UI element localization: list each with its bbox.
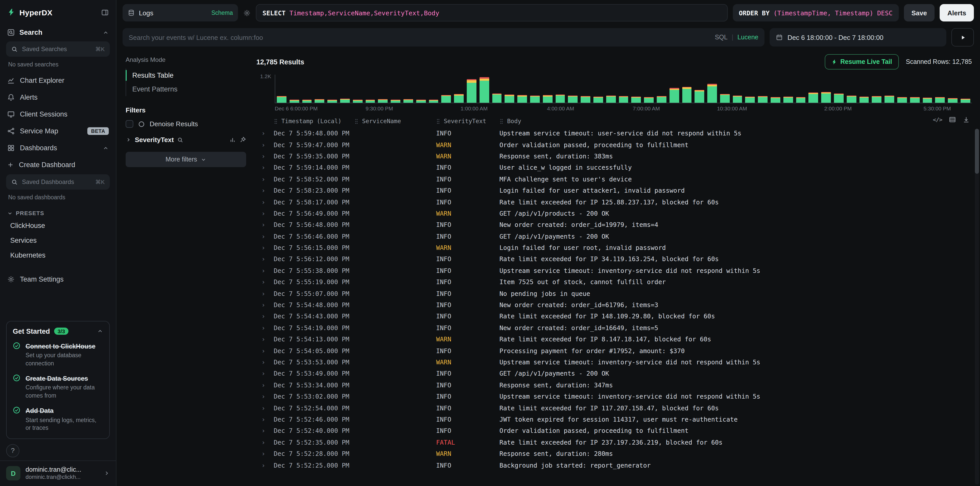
row-expander-icon[interactable]: › [256,164,274,172]
resume-live-tail-button[interactable]: Resume Live Tail [824,54,899,70]
row-expander-icon[interactable]: › [256,382,274,389]
download-icon[interactable] [963,116,970,123]
row-expander-icon[interactable]: › [256,130,274,137]
sidebar-item-team-settings[interactable]: Team Settings [0,271,116,288]
row-expander-icon[interactable]: › [256,325,274,331]
mode-event-patterns[interactable]: Event Patterns [126,82,246,96]
histogram-bar[interactable] [302,100,312,103]
run-query-button[interactable] [951,28,974,46]
column-header-body[interactable]: Body [500,118,972,125]
schema-link[interactable]: Schema [212,10,233,16]
chevron-up-icon[interactable] [103,29,109,35]
table-row[interactable]: ›Dec 7 5:56:12.000 PMINFORate limit exce… [256,254,972,265]
create-dashboard-button[interactable]: Create Dashboard [0,156,116,173]
chevron-up-icon[interactable] [97,328,103,335]
table-row[interactable]: ›Dec 7 5:53:02.000 PMINFOUpstream servic… [256,391,972,402]
row-expander-icon[interactable]: › [256,187,274,194]
histogram-bar[interactable] [542,95,552,103]
row-expander-icon[interactable]: › [256,405,274,412]
histogram-bar[interactable] [809,92,818,103]
histogram-bar[interactable] [758,96,768,103]
row-expander-icon[interactable]: › [256,233,274,240]
row-expander-icon[interactable]: › [256,427,274,435]
sidebar-item-services[interactable]: Services [0,233,116,248]
sidebar-item-kubernetes[interactable]: Kubernetes [0,248,116,263]
facet-search-icon[interactable] [177,137,184,143]
histogram-bar[interactable] [872,96,882,103]
histogram-bar[interactable] [429,100,438,103]
row-expander-icon[interactable]: › [256,153,274,160]
sidebar-section-search[interactable]: Search [0,24,116,40]
table-row[interactable]: ›Dec 7 5:53:34.000 PMINFOResponse sent, … [256,379,972,391]
sql-select-input[interactable]: SELECT Timestamp,ServiceName,SeverityTex… [256,4,727,21]
table-row[interactable]: ›Dec 7 5:52:46.000 PMINFOJWT token expir… [256,414,972,425]
alerts-button[interactable]: Alerts [940,4,974,21]
more-filters-button[interactable]: More filters [126,152,246,167]
table-row[interactable]: ›Dec 7 5:56:46.000 PMINFOGET /api/v1/pay… [256,231,972,242]
table-row[interactable]: ›Dec 7 5:52:25.000 PMINFOBackground job … [256,460,972,471]
histogram-bar[interactable] [581,96,590,103]
row-expander-icon[interactable]: › [256,462,274,469]
histogram-bar[interactable] [948,98,958,103]
get-started-header[interactable]: Get Started 3/3 [13,328,103,335]
scrollbar-thumb[interactable] [975,129,979,174]
table-row[interactable]: ›Dec 7 5:52:54.000 PMINFORate limit exce… [256,402,972,414]
export-code-icon[interactable]: </> [933,116,942,123]
drag-handle-icon[interactable] [355,118,358,124]
histogram-bar[interactable] [492,93,502,103]
histogram-bar[interactable] [517,95,527,103]
help-button[interactable]: ? [6,444,19,457]
table-row[interactable]: ›Dec 7 5:53:49.000 PMINFOGET /api/v1/pay… [256,368,972,379]
sidebar-item-alerts[interactable]: Alerts [0,89,116,106]
histogram-bar[interactable] [847,96,856,103]
histogram-bar[interactable] [859,97,869,103]
table-row[interactable]: ›Dec 7 5:54:19.000 PMINFONew order creat… [256,322,972,334]
row-expander-icon[interactable]: › [256,450,274,457]
presets-toggle[interactable]: PRESETS [0,205,116,218]
histogram-bar[interactable] [290,99,299,103]
histogram-bar[interactable] [669,88,679,103]
column-header-timestamp[interactable]: Timestamp (Local) [274,118,355,125]
mode-results-table[interactable]: Results Table [126,69,246,82]
table-row[interactable]: ›Dec 7 5:55:19.000 PMINFOItem 7525 out o… [256,276,972,288]
event-search-input[interactable]: Search your events w/ Lucene ex. column:… [123,28,765,46]
histogram-bar[interactable] [771,97,780,103]
histogram-bar[interactable] [277,96,286,103]
denoise-checkbox[interactable] [126,120,133,128]
histogram-bar[interactable] [454,94,464,103]
table-row[interactable]: ›Dec 7 5:52:40.000 PMINFOOrder validatio… [256,425,972,437]
histogram-bar[interactable] [885,96,894,103]
histogram-bar[interactable] [682,87,692,103]
histogram-bar[interactable] [695,90,705,103]
get-started-item[interactable]: Add Data Start sending logs, metrics, or… [13,406,103,432]
column-layout-icon[interactable] [949,116,956,123]
table-row[interactable]: ›Dec 7 5:54:13.000 PMWARNRate limit exce… [256,334,972,345]
table-row[interactable]: ›Dec 7 5:59:47.000 PMWARNOrder validatio… [256,139,972,151]
histogram-bar[interactable] [796,97,806,103]
table-row[interactable]: ›Dec 7 5:54:43.000 PMINFORate limit exce… [256,311,972,322]
histogram-bar[interactable] [644,97,654,103]
scrollbar-track[interactable] [975,129,979,484]
table-row[interactable]: ›Dec 7 5:52:28.000 PMWARNResponse sent, … [256,448,972,460]
get-started-item[interactable]: Create Data Sources Configure where your… [13,374,103,400]
histogram-bar[interactable] [441,95,451,103]
row-expander-icon[interactable]: › [256,359,274,366]
histogram-bar[interactable] [568,96,578,103]
sidebar-item-clickhouse[interactable]: ClickHouse [0,218,116,233]
histogram-bar[interactable] [834,93,844,103]
settings-gear-icon[interactable] [243,9,251,17]
row-expander-icon[interactable]: › [256,370,274,378]
row-expander-icon[interactable]: › [256,416,274,423]
sidebar-item-chart-explorer[interactable]: Chart Explorer [0,72,116,89]
row-expander-icon[interactable]: › [256,313,274,320]
table-row[interactable]: ›Dec 7 5:58:52.000 PMINFOMFA challenge s… [256,174,972,185]
histogram-bar[interactable] [897,97,907,103]
row-expander-icon[interactable]: › [256,199,274,206]
saved-searches-input[interactable]: Saved Searches ⌘K [6,41,110,57]
column-header-servicename[interactable]: ServiceName [355,118,436,125]
table-row[interactable]: ›Dec 7 5:55:07.000 PMINFONo pending jobs… [256,288,972,300]
table-row[interactable]: ›Dec 7 5:56:48.000 PMINFONew order creat… [256,219,972,231]
row-expander-icon[interactable]: › [256,244,274,252]
histogram-bar[interactable] [479,77,489,103]
table-row[interactable]: ›Dec 7 5:58:23.000 PMINFOLogin failed fo… [256,185,972,196]
